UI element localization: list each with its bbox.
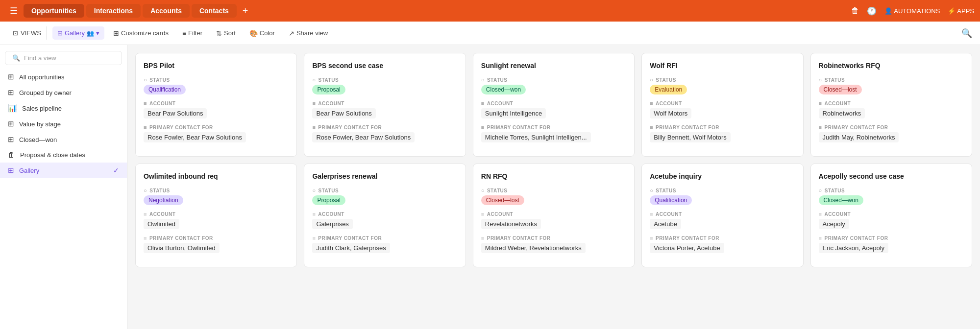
nav-tab-accounts[interactable]: Accounts [143, 4, 190, 18]
primary-contact-value: Olivia Burton, Owlimited [144, 243, 220, 253]
sidebar-item-closed-won[interactable]: ⊞ Closed—won [0, 132, 127, 147]
account-value: Owlimited [144, 219, 179, 229]
filter-button[interactable]: ≡ Filter [177, 26, 207, 40]
opportunity-card-2[interactable]: Sunlight renewal ○ STATUS Closed—won ≡ A… [473, 53, 635, 157]
status-badge: Closed—won [481, 85, 526, 94]
status-label: ○ STATUS [481, 77, 626, 83]
primary-contact-label: ≡ PRIMARY CONTACT FOR [144, 124, 289, 130]
status-icon: ○ [650, 77, 653, 83]
grid-icon: ⊞ [8, 72, 14, 81]
nav-tab-opportunities[interactable]: Opportunities [24, 4, 84, 18]
contact-icon: ≡ [312, 124, 316, 130]
hamburger-icon[interactable]: ☰ [6, 3, 22, 18]
automations-button[interactable]: 👤 AUTOMATIONS [884, 7, 940, 15]
opportunity-card-7[interactable]: RN RFQ ○ STATUS Closed—lost ≡ ACCOUNT Re… [473, 164, 635, 267]
status-label: ○ STATUS [650, 188, 795, 193]
account-label: ≡ ACCOUNT [144, 100, 289, 106]
account-label: ≡ ACCOUNT [312, 211, 457, 217]
people-icon: 👥 [87, 30, 94, 37]
add-tab-button[interactable]: + [239, 3, 252, 19]
sidebar-item-sales-pipeline[interactable]: 📊 Sales pipeline [0, 100, 127, 116]
trash-icon[interactable]: 🗑 [851, 6, 859, 15]
status-badge: Negotiation [144, 195, 183, 205]
cards-area: BPS Pilot ○ STATUS Qualification ≡ ACCOU… [127, 45, 980, 329]
nav-tab-contacts[interactable]: Contacts [192, 4, 237, 18]
apps-button[interactable]: ⚡ APPS [948, 7, 974, 15]
contact-icon: ≡ [144, 124, 147, 130]
cards-grid: BPS Pilot ○ STATUS Qualification ≡ ACCOU… [135, 53, 972, 267]
gallery-label: Gallery [65, 29, 85, 37]
status-badge: Proposal [312, 195, 345, 205]
share-view-button[interactable]: ↗ Share view [284, 26, 333, 40]
opportunity-card-4[interactable]: Robinetworks RFQ ○ STATUS Closed—lost ≡ … [810, 53, 972, 157]
views-button[interactable]: ⊡ VIEWS [8, 26, 47, 40]
sidebar-search[interactable]: 🔍 Find a view [5, 51, 122, 65]
opportunity-card-9[interactable]: Acepolly second use case ○ STATUS Closed… [810, 164, 972, 267]
status-icon: ○ [144, 77, 147, 83]
contact-icon: ≡ [144, 235, 147, 241]
primary-contact-value: Judith May, Robinetworks [819, 132, 899, 142]
sidebar-item-label: Gallery [19, 167, 39, 174]
filter-icon: ≡ [182, 29, 186, 37]
grid-icon: ⊞ [8, 135, 14, 144]
opportunity-card-6[interactable]: Galerprises renewal ○ STATUS Proposal ≡ … [304, 164, 466, 267]
toolbar: ⊡ VIEWS ⊞ Gallery 👥 ▾ ⊞ Customize cards … [0, 22, 980, 45]
color-button[interactable]: 🎨 Color [245, 26, 280, 40]
opportunity-card-8[interactable]: Acetube inquiry ○ STATUS Qualification ≡… [641, 164, 803, 267]
sidebar-item-value-by-stage[interactable]: ⊞ Value by stage [0, 116, 127, 132]
opportunity-card-1[interactable]: BPS second use case ○ STATUS Proposal ≡ … [304, 53, 466, 157]
account-value: Robinetworks [819, 108, 865, 118]
sidebar-item-label: Grouped by owner [19, 89, 72, 96]
grid-icon: ⊞ [8, 88, 14, 97]
status-icon: ○ [481, 77, 485, 83]
primary-contact-label: ≡ PRIMARY CONTACT FOR [650, 235, 795, 241]
account-label: ≡ ACCOUNT [312, 100, 457, 106]
account-value: Wolf Motors [650, 108, 691, 118]
search-icon-sidebar: 🔍 [12, 54, 20, 62]
grid-icon: ⊞ [8, 119, 14, 128]
account-icon: ≡ [481, 211, 485, 217]
sidebar-item-gallery[interactable]: ⊞ Gallery ✓ [0, 163, 127, 178]
sidebar-search-placeholder: Find a view [24, 54, 56, 62]
sidebar-item-grouped-by-owner[interactable]: ⊞ Grouped by owner [0, 85, 127, 100]
color-icon: 🎨 [249, 29, 258, 37]
account-icon: ≡ [819, 100, 822, 106]
card-title: Galerprises renewal [312, 172, 457, 181]
status-icon: ○ [144, 188, 147, 193]
account-value: Acetube [650, 219, 681, 229]
account-label: ≡ ACCOUNT [144, 211, 289, 217]
opportunity-card-3[interactable]: Wolf RFI ○ STATUS Evaluation ≡ ACCOUNT W… [641, 53, 803, 157]
primary-contact-value: Victoria Porter, Acetube [650, 243, 724, 253]
account-icon: ≡ [312, 211, 316, 217]
views-label: VIEWS [21, 29, 41, 37]
card-title: Acetube inquiry [650, 172, 795, 181]
status-label: ○ STATUS [144, 77, 289, 83]
account-icon: ≡ [144, 100, 147, 106]
primary-contact-value: Eric Jackson, Acepoly [819, 243, 888, 253]
card-title: BPS second use case [312, 61, 457, 70]
opportunity-card-5[interactable]: Owlimited inbound req ○ STATUS Negotiati… [135, 164, 297, 267]
status-badge: Qualification [650, 195, 692, 205]
gallery-sidebar-icon: ⊞ [8, 166, 14, 175]
card-title: Robinetworks RFQ [819, 61, 964, 70]
account-icon: ≡ [312, 100, 316, 106]
search-icon[interactable]: 🔍 [961, 28, 972, 39]
share-icon: ↗ [289, 29, 294, 37]
opportunity-card-0[interactable]: BPS Pilot ○ STATUS Qualification ≡ ACCOU… [135, 53, 297, 157]
sidebar-item-proposal-close-dates[interactable]: 🗓 Proposal & close dates [0, 147, 127, 163]
customize-cards-button[interactable]: ⊞ Customize cards [108, 26, 173, 40]
gallery-view-button[interactable]: ⊞ Gallery 👥 ▾ [52, 26, 104, 40]
nav-tab-interactions[interactable]: Interactions [86, 4, 141, 18]
primary-contact-value: Rose Fowler, Bear Paw Solutions [144, 132, 246, 142]
sort-button[interactable]: ⇅ Sort [211, 26, 241, 40]
sidebar-item-all-opportunities[interactable]: ⊞ All opportunities [0, 69, 127, 85]
primary-contact-value: Rose Fowler, Bear Paw Solutions [312, 132, 415, 142]
status-label: ○ STATUS [819, 77, 964, 83]
account-label: ≡ ACCOUNT [481, 211, 626, 217]
clock-icon[interactable]: 🕐 [867, 6, 877, 16]
primary-contact-label: ≡ PRIMARY CONTACT FOR [819, 124, 964, 130]
contact-icon: ≡ [819, 235, 822, 241]
main-layout: 🔍 Find a view ⊞ All opportunities ⊞ Grou… [0, 45, 980, 329]
status-badge: Closed—lost [481, 195, 524, 205]
views-icon: ⊡ [13, 29, 18, 37]
